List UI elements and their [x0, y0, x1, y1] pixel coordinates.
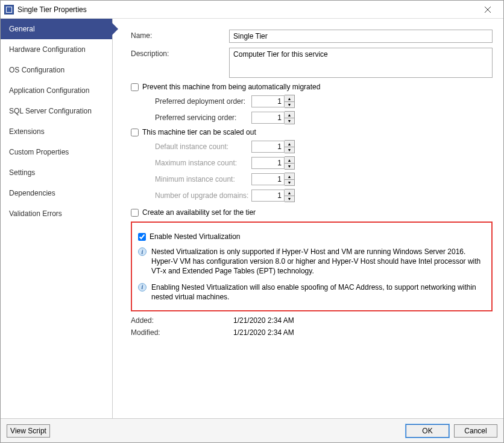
spin-down-icon[interactable]: ▼: [285, 101, 294, 107]
spin-up-icon[interactable]: ▲: [285, 190, 294, 196]
sidebar-item-general[interactable]: General: [1, 19, 112, 39]
spin-up-icon[interactable]: ▲: [285, 141, 294, 147]
info-icon: i: [138, 283, 146, 292]
spin-down-icon[interactable]: ▼: [285, 196, 294, 202]
preferred-deploy-spinner[interactable]: ▲▼: [285, 95, 295, 108]
app-icon: [4, 5, 14, 14]
min-instance-input[interactable]: [251, 173, 285, 185]
view-script-button[interactable]: View Script: [7, 424, 50, 438]
close-button[interactable]: [476, 1, 500, 18]
name-input[interactable]: [229, 30, 493, 43]
sidebar-item-settings[interactable]: Settings: [1, 162, 112, 183]
sidebar-item-label: SQL Server Configuration: [9, 107, 92, 115]
spin-down-icon[interactable]: ▼: [285, 179, 294, 185]
spin-up-icon[interactable]: ▲: [285, 95, 294, 101]
sidebar-item-label: Validation Errors: [9, 209, 62, 218]
description-label: Description:: [131, 48, 229, 58]
min-instance-label: Minimum instance count:: [155, 175, 251, 183]
footer: View Script OK Cancel: [1, 418, 503, 442]
min-instance-spinner[interactable]: ▲▼: [285, 173, 295, 186]
sidebar-item-extensions[interactable]: Extensions: [1, 121, 112, 142]
sidebar-item-application[interactable]: Application Configuration: [1, 80, 112, 101]
upgrade-domains-label: Number of upgrade domains:: [155, 191, 251, 200]
nested-virt-label: Enable Nested Virtualization: [150, 232, 241, 241]
added-label: Added:: [131, 316, 233, 325]
content: General Hardware Configuration OS Config…: [1, 19, 503, 418]
sidebar-item-label: Application Configuration: [9, 86, 89, 95]
spin-down-icon[interactable]: ▼: [285, 163, 294, 169]
nested-virt-info1: Nested Virtualization is only supported …: [151, 247, 485, 276]
availability-set-checkbox[interactable]: [131, 209, 139, 217]
prevent-migrate-checkbox[interactable]: [131, 83, 139, 91]
max-instance-spinner[interactable]: ▲▼: [285, 156, 295, 170]
max-instance-label: Maximum instance count:: [155, 159, 251, 167]
sidebar-item-validation-errors[interactable]: Validation Errors: [1, 203, 112, 224]
sidebar-item-hardware[interactable]: Hardware Configuration: [1, 39, 112, 60]
max-instance-input[interactable]: [251, 157, 285, 169]
nested-virt-highlight: Enable Nested Virtualization i Nested Vi…: [131, 222, 493, 311]
scale-out-checkbox[interactable]: [131, 129, 139, 136]
sidebar-item-sql[interactable]: SQL Server Configuration: [1, 101, 112, 121]
default-instance-input[interactable]: [251, 141, 285, 153]
main-panel: Name: Description: Prevent this machine …: [113, 19, 503, 418]
sidebar-item-label: General: [9, 25, 35, 33]
titlebar: Single Tier Properties: [1, 1, 503, 19]
window-title: Single Tier Properties: [17, 5, 476, 14]
spin-down-icon[interactable]: ▼: [285, 147, 294, 153]
added-value: 1/21/2020 2:34 AM: [233, 316, 294, 325]
preferred-deploy-label: Preferred deployment order:: [155, 97, 251, 106]
modified-label: Modified:: [131, 328, 233, 337]
sidebar-item-label: Custom Properties: [9, 148, 69, 156]
nested-virt-info2: Enabling Nested Virtualization will also…: [151, 282, 485, 302]
sidebar-item-label: Extensions: [9, 127, 45, 136]
preferred-deploy-input[interactable]: [251, 95, 285, 107]
default-instance-label: Default instance count:: [155, 142, 251, 151]
cancel-button[interactable]: Cancel: [454, 424, 497, 438]
info-icon: i: [138, 247, 146, 256]
sidebar: General Hardware Configuration OS Config…: [1, 19, 113, 418]
default-instance-spinner[interactable]: ▲▼: [285, 140, 295, 153]
spin-up-icon[interactable]: ▲: [285, 112, 294, 118]
sidebar-item-label: Hardware Configuration: [9, 45, 86, 54]
close-icon: [485, 7, 491, 13]
upgrade-domains-spinner[interactable]: ▲▼: [285, 189, 295, 202]
spin-up-icon[interactable]: ▲: [285, 173, 294, 179]
modified-value: 1/21/2020 2:34 AM: [233, 328, 294, 337]
nested-virt-checkbox[interactable]: [138, 233, 146, 241]
sidebar-item-os[interactable]: OS Configuration: [1, 60, 112, 80]
spin-up-icon[interactable]: ▲: [285, 157, 294, 163]
sidebar-item-dependencies[interactable]: Dependencies: [1, 183, 112, 203]
name-label: Name:: [131, 30, 229, 40]
ok-button[interactable]: OK: [406, 424, 449, 438]
scale-out-label: This machine tier can be scaled out: [142, 128, 256, 136]
preferred-service-label: Preferred servicing order:: [155, 113, 251, 122]
sidebar-item-label: Dependencies: [9, 189, 55, 197]
availability-set-label: Create an availability set for the tier: [142, 208, 256, 217]
prevent-migrate-label: Prevent this machine from being automati…: [142, 83, 320, 91]
preferred-service-input[interactable]: [251, 112, 285, 124]
description-textarea[interactable]: [229, 48, 493, 78]
sidebar-item-label: Settings: [9, 168, 35, 177]
sidebar-item-label: OS Configuration: [9, 66, 65, 74]
preferred-service-spinner[interactable]: ▲▼: [285, 111, 295, 124]
upgrade-domains-input[interactable]: [251, 190, 285, 202]
sidebar-item-custom-properties[interactable]: Custom Properties: [1, 142, 112, 162]
spin-down-icon[interactable]: ▼: [285, 118, 294, 124]
